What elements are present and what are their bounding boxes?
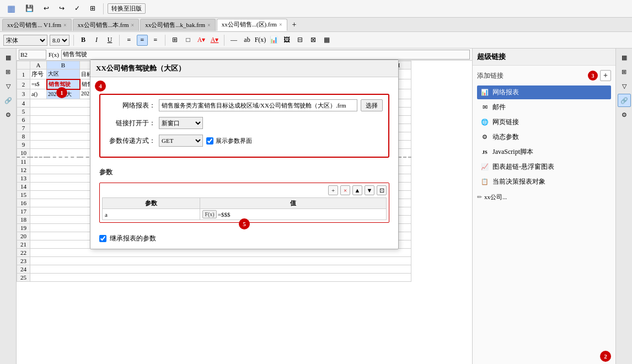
spreadsheet-area: B2 F(x) 销售驾驶 — [17, 49, 472, 364]
link-type-network-report[interactable]: 📊 网络报表 — [477, 85, 611, 99]
show-params-checkbox-row: 展示参数界面 — [206, 137, 252, 145]
misc3-btn[interactable]: ▦ — [321, 35, 332, 46]
add-link-row: 添加链接 3 + — [477, 70, 611, 81]
js-icon: JS — [480, 148, 489, 157]
show-params-checkbox[interactable] — [206, 137, 213, 144]
app-icon[interactable]: ▦ — [3, 2, 19, 15]
convert-btn[interactable]: 转换至旧版 — [108, 3, 146, 14]
tab-0-label: xx公司销售... V1.frm — [7, 21, 61, 29]
far-right-filter-icon[interactable]: ▽ — [618, 79, 631, 93]
link-open-label: 链接打开于： — [106, 119, 156, 128]
chart-hover-icon: 📈 — [480, 163, 489, 172]
check-btn[interactable]: ✓ — [71, 3, 84, 14]
tab-1-label: xx公司销售...本.frm — [78, 21, 129, 29]
tab-2[interactable]: xx公司销售...k_bak.frm × — [140, 19, 215, 31]
email-icon: ✉ — [480, 103, 489, 112]
font-family-select[interactable]: 宋体 — [3, 35, 47, 46]
param-method-select[interactable]: GET — [159, 135, 203, 147]
link-type-current-report[interactable]: 📋 当前决策报表对象 — [477, 175, 611, 189]
dynamic-param-icon: ⚙ — [480, 133, 489, 142]
far-right-link-icon[interactable]: 🔗 — [618, 94, 631, 107]
params-expand-btn[interactable]: ⊡ — [377, 185, 387, 195]
underline-btn[interactable]: U — [104, 35, 115, 46]
network-report-icon: 📊 — [480, 88, 489, 97]
link-open-row: 链接打开于： 新窗口 — [106, 117, 383, 129]
image-btn[interactable]: 🖼 — [281, 35, 292, 46]
merge-btn[interactable]: ⊞ — [169, 35, 180, 46]
bold-btn[interactable]: B — [78, 35, 89, 46]
tab-1[interactable]: xx公司销售...本.frm × — [73, 19, 140, 31]
sidebar-settings-icon[interactable]: ⚙ — [2, 108, 15, 121]
sidebar-grid-icon[interactable]: ▦ — [2, 51, 15, 64]
tab-0[interactable]: xx公司销售... V1.frm × — [2, 19, 72, 31]
new-tab-btn[interactable]: + — [288, 19, 301, 31]
step-badge-4: 4 — [95, 81, 106, 92]
far-right-settings-icon[interactable]: ⚙ — [618, 108, 631, 121]
params-section: + × ▲ ▼ ⊡ 参数 值 — [99, 183, 389, 223]
redo-btn[interactable]: ↪ — [55, 3, 68, 14]
sidebar-filter-icon[interactable]: ▽ — [2, 79, 15, 93]
current-report-icon: 📋 — [480, 178, 489, 186]
network-report-section: 网络报表： 选择 链接打开于： 新窗口 参数传递方式： — [99, 94, 389, 158]
param-name-cell[interactable]: a — [103, 209, 200, 220]
tab-1-close[interactable]: × — [131, 22, 135, 28]
border-btn[interactable]: □ — [183, 35, 194, 46]
main-area: ▦ ⊞ ▽ 🔗 ⚙ B2 F(x) 销售驾驶 — [0, 49, 632, 364]
link-type-chart-hover[interactable]: 📈 图表超链-悬浮窗图表 — [477, 160, 611, 174]
align-right-btn[interactable]: ≡ — [150, 35, 161, 46]
sidebar-layout-icon[interactable]: ⊞ — [2, 65, 15, 78]
params-section-label: 参数 — [99, 168, 113, 177]
ab-btn[interactable]: ab — [242, 35, 253, 46]
link-type-email[interactable]: ✉ 邮件 — [477, 100, 611, 114]
inherit-checkbox[interactable] — [99, 235, 106, 242]
grid-btn[interactable]: ⊞ — [86, 3, 99, 14]
chart-btn[interactable]: 📊 — [268, 35, 279, 46]
step-badge-3: 3 — [588, 71, 598, 81]
misc2-btn[interactable]: ⊠ — [308, 35, 319, 46]
add-link-btn[interactable]: + — [600, 70, 611, 81]
align-left-btn[interactable]: ≡ — [124, 35, 135, 46]
sep1 — [103, 3, 104, 14]
minus-btn[interactable]: — — [228, 35, 239, 46]
modal-title: XX公司销售驾驶舱（大区） — [90, 60, 398, 77]
network-report-select-btn[interactable]: 选择 — [361, 99, 383, 111]
params-add-btn[interactable]: + — [328, 185, 338, 195]
save-btn[interactable]: 💾 — [22, 3, 38, 14]
tab-bar: xx公司销售... V1.frm × xx公司销售...本.frm × xx公司… — [0, 18, 632, 32]
params-down-btn[interactable]: ▼ — [365, 185, 374, 195]
link-type-dynamic-param[interactable]: ⚙ 动态参数 — [477, 130, 611, 144]
sidebar-link-icon[interactable]: 🔗 — [2, 94, 15, 107]
align-center-btn[interactable]: ≡ — [137, 35, 148, 46]
tab-0-close[interactable]: × — [63, 22, 67, 28]
tab-3-label: xx公司销售...(区).frm — [222, 20, 277, 29]
undo-btn[interactable]: ↩ — [40, 3, 53, 14]
params-up-btn[interactable]: ▲ — [352, 185, 362, 195]
param-value-cell[interactable]: F(x) =$$$ — [200, 209, 387, 220]
link-type-js[interactable]: JS JavaScript脚本 — [477, 145, 611, 159]
web-icon: 🌐 — [480, 118, 489, 127]
param-method-row: 参数传递方式： GET 展示参数界面 — [106, 135, 383, 147]
tab-3-close[interactable]: × — [279, 22, 282, 28]
sep-fmt1 — [73, 35, 74, 46]
tab-2-close[interactable]: × — [207, 22, 211, 28]
params-delete-btn[interactable]: × — [340, 185, 350, 195]
fx-main-btn[interactable]: F(x) — [255, 35, 266, 46]
tab-3[interactable]: xx公司销售...(区).frm × — [217, 19, 287, 31]
edit-icon[interactable]: ✏ — [477, 194, 482, 201]
far-right-layout-icon[interactable]: ⊞ — [618, 65, 631, 78]
misc1-btn[interactable]: ⊟ — [294, 35, 306, 46]
link-open-select[interactable]: 新窗口 — [159, 117, 203, 129]
fx-btn[interactable]: F(x) — [202, 210, 216, 218]
param-value-text: =$$$ — [218, 211, 231, 218]
right-panel: 超级链接 添加链接 3 + 📊 网络报表 ✉ 邮件 — [472, 49, 615, 364]
far-right-grid-icon[interactable]: ▦ — [618, 51, 631, 64]
fill-btn[interactable]: A▾ — [196, 35, 207, 46]
link-type-chart-hover-label: 图表超链-悬浮窗图表 — [492, 162, 554, 172]
font-size-select[interactable]: 8.0 — [50, 35, 69, 46]
font-color-btn[interactable]: A▾ — [209, 35, 220, 46]
network-report-input[interactable] — [159, 99, 357, 111]
link-type-dynamic-param-label: 动态参数 — [492, 132, 519, 142]
italic-btn[interactable]: I — [91, 35, 102, 46]
link-type-current-report-label: 当前决策报表对象 — [492, 177, 545, 186]
link-type-web[interactable]: 🌐 网页链接 — [477, 115, 611, 129]
